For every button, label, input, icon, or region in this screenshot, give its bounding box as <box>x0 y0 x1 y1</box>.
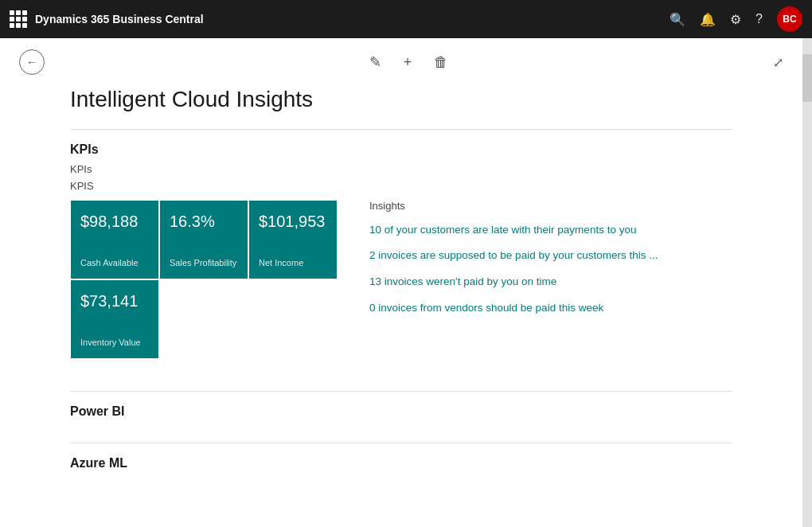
kpi-label-inventory: Inventory Value <box>80 337 149 348</box>
insights-title: Insights <box>369 200 732 212</box>
kpi-tile-sales-profitability[interactable]: 16.3% Sales Profitability <box>159 200 248 279</box>
back-button[interactable]: ← <box>19 49 45 75</box>
powerbi-divider <box>70 391 732 392</box>
kpi-tile-net-income[interactable]: $101,953 Net Income <box>248 200 338 279</box>
insight-link-2[interactable]: 2 invoices are supposed to be paid by yo… <box>369 248 732 264</box>
content-area: ← ✎ + 🗑 ⤢ Intelligent Cloud Insights KPI… <box>0 38 802 527</box>
avatar[interactable]: BC <box>777 6 802 32</box>
kpi-row-1: $98,188 Cash Available 16.3% Sales Profi… <box>70 200 338 279</box>
kpi-label-net: Net Income <box>259 257 327 268</box>
powerbi-section: Power BI <box>70 391 732 419</box>
app-title: Dynamics 365 Business Central <box>35 13 204 25</box>
kpi-value-net: $101,953 <box>259 212 327 231</box>
kpi-tile-inventory[interactable]: $73,141 Inventory Value <box>70 279 159 359</box>
settings-icon[interactable]: ⚙ <box>730 12 741 27</box>
main-wrapper: ← ✎ + 🗑 ⤢ Intelligent Cloud Insights KPI… <box>0 38 812 527</box>
kpis-sub-label-1: KPIs <box>70 163 732 175</box>
expand-button[interactable]: ⤢ <box>773 55 783 70</box>
scrollbar-thumb[interactable] <box>802 54 812 102</box>
kpi-value-inventory: $73,141 <box>80 291 149 310</box>
search-icon[interactable]: 🔍 <box>670 12 685 27</box>
navbar-actions: 🔍 🔔 ⚙ ? BC <box>670 6 802 32</box>
azureml-section: Azure ML <box>70 443 732 470</box>
kpis-section-title: KPIs <box>70 142 732 157</box>
kpi-value-cash: $98,188 <box>80 212 149 231</box>
insight-link-4[interactable]: 0 invoices from vendors should be paid t… <box>369 301 732 316</box>
navbar: Dynamics 365 Business Central 🔍 🔔 ⚙ ? BC <box>0 0 812 38</box>
azureml-divider <box>70 443 732 443</box>
scrollbar-track[interactable] <box>802 38 812 527</box>
kpis-sub-label-2: KPIS <box>70 180 732 192</box>
azureml-title: Azure ML <box>70 456 732 470</box>
kpi-label-cash: Cash Available <box>80 257 149 268</box>
bell-icon[interactable]: 🔔 <box>700 12 716 27</box>
powerbi-title: Power BI <box>70 404 732 419</box>
kpis-layout: $98,188 Cash Available 16.3% Sales Profi… <box>70 200 732 359</box>
waffle-icon[interactable] <box>10 10 27 28</box>
kpi-tile-cash-available[interactable]: $98,188 Cash Available <box>70 200 159 279</box>
insight-link-1[interactable]: 10 of your customers are late with their… <box>369 223 732 238</box>
back-arrow-icon: ← <box>26 56 37 68</box>
navbar-brand: Dynamics 365 Business Central <box>10 10 670 28</box>
insights-panel: Insights 10 of your customers are late w… <box>369 200 732 359</box>
delete-button[interactable]: 🗑 <box>431 51 451 74</box>
kpi-label-sales: Sales Profitability <box>170 257 238 268</box>
insight-link-3[interactable]: 13 invoices weren't paid by you on time <box>369 275 732 290</box>
toolbar: ← ✎ + 🗑 ⤢ <box>0 38 802 86</box>
page-content: Intelligent Cloud Insights KPIs KPIs KPI… <box>0 86 802 509</box>
kpi-value-sales: 16.3% <box>170 212 238 231</box>
page-title: Intelligent Cloud Insights <box>70 86 732 113</box>
kpi-row-2: $73,141 Inventory Value <box>70 279 338 359</box>
add-button[interactable]: + <box>400 51 416 74</box>
kpis-divider <box>70 129 732 130</box>
edit-button[interactable]: ✎ <box>366 50 385 74</box>
kpi-tiles: $98,188 Cash Available 16.3% Sales Profi… <box>70 200 338 359</box>
help-icon[interactable]: ? <box>755 12 763 26</box>
